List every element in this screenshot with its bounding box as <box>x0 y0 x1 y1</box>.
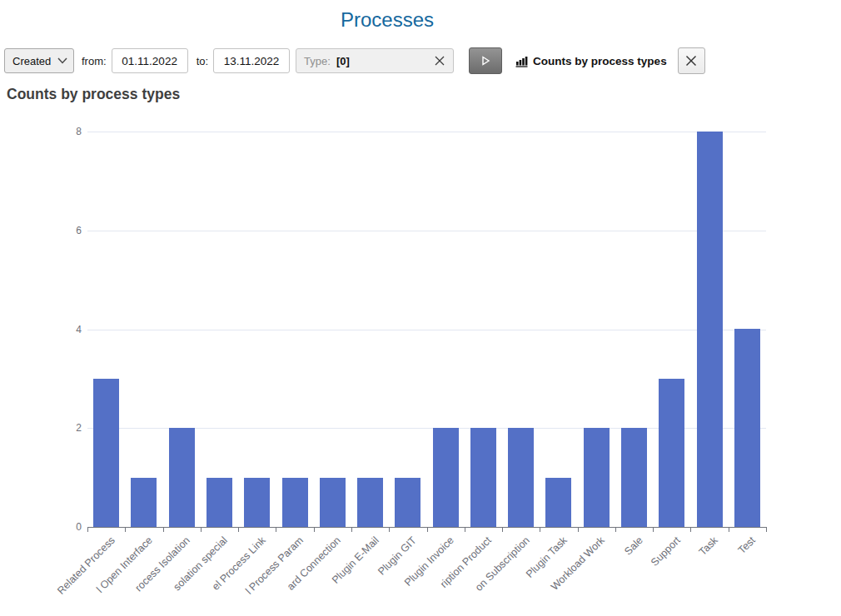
x-axis-tick <box>690 528 691 532</box>
x-axis-category-label: Task <box>697 534 720 558</box>
x-axis-tick <box>314 528 315 532</box>
x-axis-tick <box>201 528 202 532</box>
gridline <box>87 231 766 231</box>
bar[interactable] <box>131 478 157 527</box>
bar[interactable] <box>282 478 308 527</box>
y-axis-tick-label: 0 <box>53 521 82 533</box>
x-axis-category-label: Test <box>736 534 758 556</box>
bar[interactable] <box>545 478 571 527</box>
bar[interactable] <box>508 428 534 527</box>
gridline <box>87 132 766 132</box>
bar[interactable] <box>93 379 119 527</box>
x-axis-tick <box>540 528 540 532</box>
bar[interactable] <box>433 428 459 527</box>
y-axis-tick-label: 2 <box>53 422 82 434</box>
x-axis-tick <box>125 528 126 532</box>
x-axis-tick <box>351 528 352 532</box>
x-axis-tick <box>615 528 616 532</box>
bar[interactable] <box>584 428 610 527</box>
bar[interactable] <box>621 428 647 527</box>
bar[interactable] <box>357 478 383 527</box>
x-axis-tick <box>578 528 579 532</box>
bar[interactable] <box>697 132 723 527</box>
y-axis-tick-label: 6 <box>53 225 82 236</box>
bar-chart: 02468Related Processl Open Interfaceroce… <box>0 0 841 616</box>
bar[interactable] <box>320 478 346 527</box>
bar[interactable] <box>470 428 496 527</box>
x-axis-tick <box>276 528 276 532</box>
x-axis-category-label: Support <box>649 534 683 569</box>
x-axis-tick <box>238 528 239 532</box>
y-axis-tick-label: 8 <box>53 126 82 137</box>
bar[interactable] <box>244 478 270 527</box>
x-axis-tick <box>427 528 428 532</box>
y-axis-tick-label: 4 <box>53 324 82 335</box>
bar[interactable] <box>207 478 232 527</box>
x-axis-tick <box>87 528 88 532</box>
x-axis-category-label: Sale <box>622 534 645 558</box>
x-axis-tick <box>465 528 465 532</box>
x-axis-tick <box>163 528 164 532</box>
x-axis-tick <box>766 528 767 532</box>
processes-page: Processes Created from: to: Type: [0] <box>0 0 841 616</box>
bar[interactable] <box>395 478 420 527</box>
x-axis-tick <box>729 528 729 532</box>
bar[interactable] <box>734 329 760 527</box>
x-axis-tick <box>653 528 654 532</box>
gridline <box>87 330 766 330</box>
bar[interactable] <box>659 379 684 527</box>
x-axis-tick <box>389 528 390 532</box>
bar[interactable] <box>169 428 195 527</box>
x-axis-tick <box>502 528 503 532</box>
